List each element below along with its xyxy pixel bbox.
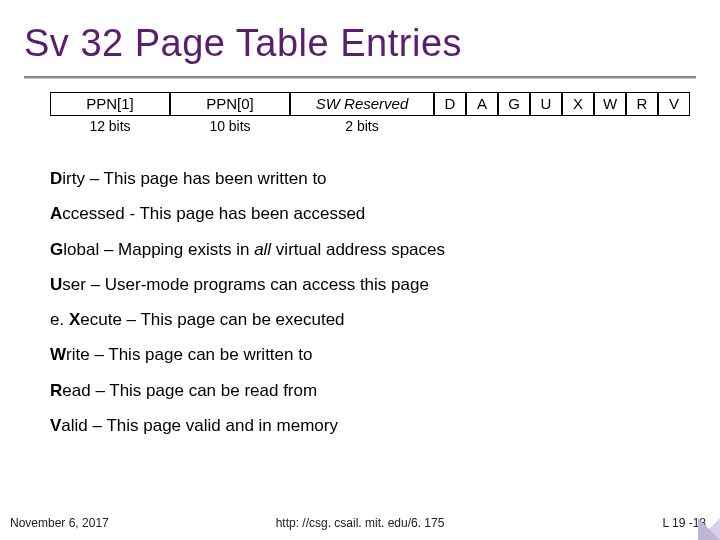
def-desc: – This page valid and in memory: [88, 416, 338, 435]
def-user: User – User-mode programs can access thi…: [50, 274, 670, 295]
definitions-list: Dirty – This page has been written to Ac…: [50, 168, 670, 450]
pte-bit-a: A: [466, 92, 498, 116]
def-desc: - This page has been accessed: [125, 204, 366, 223]
def-letter: X: [69, 310, 80, 329]
def-write: Write – This page can be written to: [50, 344, 670, 365]
def-word: lobal: [63, 240, 99, 259]
def-word: ser: [62, 275, 86, 294]
pte-field-swreserved: SW Reserved: [290, 92, 434, 116]
def-desc: virtual address spaces: [271, 240, 445, 259]
pte-diagram: PPN[1] PPN[0] SW Reserved D A G U X W R …: [50, 92, 690, 134]
def-letter: R: [50, 381, 62, 400]
def-letter: A: [50, 204, 62, 223]
def-word: ccessed: [62, 204, 124, 223]
def-letter: V: [50, 416, 61, 435]
pte-bit-r: R: [626, 92, 658, 116]
def-desc-ital: all: [254, 240, 271, 259]
def-desc: – User-mode programs can access this pag…: [86, 275, 429, 294]
pte-captions-row: 12 bits 10 bits 2 bits: [50, 118, 690, 134]
pte-field-ppn0: PPN[0]: [170, 92, 290, 116]
page-curl-fold-icon: [698, 518, 720, 540]
pte-field-ppn1: PPN[1]: [50, 92, 170, 116]
def-dirty: Dirty – This page has been written to: [50, 168, 670, 189]
def-global: Global – Mapping exists in all virtual a…: [50, 239, 670, 260]
pte-bit-d: D: [434, 92, 466, 116]
def-word: irty: [62, 169, 85, 188]
pte-bit-u: U: [530, 92, 562, 116]
pte-caption-ppn0: 10 bits: [170, 118, 290, 134]
def-word: rite: [66, 345, 90, 364]
pte-caption-swres: 2 bits: [290, 118, 434, 134]
def-word: ecute: [80, 310, 122, 329]
page-title: Sv 32 Page Table Entries: [24, 22, 462, 65]
slide: Sv 32 Page Table Entries PPN[1] PPN[0] S…: [0, 0, 720, 540]
def-execute: e. Xecute – This page can be executed: [50, 309, 670, 330]
title-underline: [24, 76, 696, 78]
def-desc: – This page can be executed: [122, 310, 345, 329]
def-desc: – This page can be written to: [90, 345, 313, 364]
def-word-pre: e.: [50, 310, 69, 329]
def-valid: Valid – This page valid and in memory: [50, 415, 670, 436]
def-word: ead: [62, 381, 90, 400]
pte-bit-g: G: [498, 92, 530, 116]
footer-link: http: //csg. csail. mit. edu/6. 175: [0, 516, 720, 530]
pte-caption-ppn1: 12 bits: [50, 118, 170, 134]
def-letter: U: [50, 275, 62, 294]
def-accessed: Accessed - This page has been accessed: [50, 203, 670, 224]
def-word: alid: [61, 416, 87, 435]
pte-bit-x: X: [562, 92, 594, 116]
def-letter: D: [50, 169, 62, 188]
def-desc: – Mapping exists in: [99, 240, 254, 259]
def-letter: W: [50, 345, 66, 364]
def-read: Read – This page can be read from: [50, 380, 670, 401]
pte-fields-row: PPN[1] PPN[0] SW Reserved D A G U X W R …: [50, 92, 690, 116]
def-desc: – This page can be read from: [91, 381, 318, 400]
pte-bit-v: V: [658, 92, 690, 116]
def-letter: G: [50, 240, 63, 259]
pte-bit-w: W: [594, 92, 626, 116]
def-desc: – This page has been written to: [85, 169, 327, 188]
